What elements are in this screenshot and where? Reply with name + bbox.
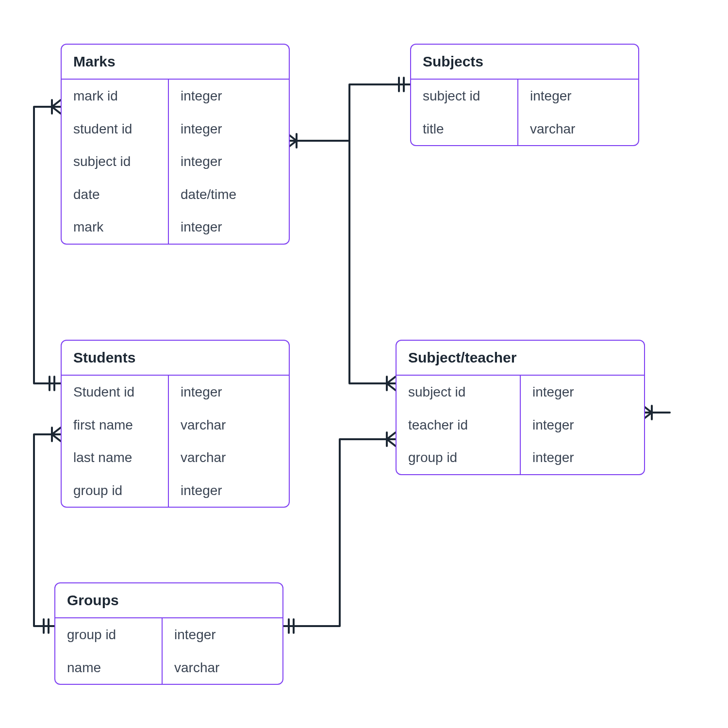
field-type: integer: [521, 441, 644, 474]
field-type: integer: [521, 376, 644, 409]
entity-title: Groups: [55, 583, 282, 618]
entity-title: Subjects: [411, 45, 638, 80]
field-name: subject id: [397, 376, 520, 409]
entity-title: Students: [62, 341, 289, 376]
field-type: integer: [169, 80, 289, 113]
field-type: integer: [169, 211, 289, 244]
field-name: student id: [62, 113, 168, 146]
field-type: integer: [163, 618, 282, 651]
svg-line-17: [52, 434, 61, 441]
field-type: varchar: [163, 651, 282, 684]
field-name: subject id: [62, 145, 168, 178]
field-type: integer: [169, 376, 289, 409]
field-type: integer: [518, 80, 638, 113]
svg-line-22: [387, 439, 396, 446]
svg-line-16: [52, 428, 61, 434]
field-type: varchar: [518, 113, 638, 146]
field-type: integer: [169, 474, 289, 507]
field-name: group id: [62, 474, 168, 507]
field-name: group id: [55, 618, 162, 651]
field-name: teacher id: [397, 409, 520, 442]
field-name: first name: [62, 409, 168, 442]
field-name: last name: [62, 441, 168, 474]
field-name: subject id: [411, 80, 517, 113]
entity-groups: Groups group id name integer varchar: [54, 582, 283, 685]
svg-line-4: [52, 107, 61, 114]
svg-line-21: [387, 432, 396, 439]
field-type: date/time: [169, 178, 289, 211]
field-name: name: [55, 651, 162, 684]
svg-line-3: [52, 100, 61, 107]
field-type: integer: [169, 113, 289, 146]
field-name: title: [411, 113, 517, 146]
svg-line-11: [387, 377, 396, 383]
field-type: integer: [521, 409, 644, 442]
entity-subjects: Subjects subject id title integer varcha…: [410, 44, 639, 146]
entity-marks: Marks mark id student id subject id date…: [61, 44, 290, 245]
field-name: mark id: [62, 80, 168, 113]
entity-title: Marks: [62, 45, 289, 80]
field-type: varchar: [169, 409, 289, 442]
field-type: varchar: [169, 441, 289, 474]
field-name: Student id: [62, 376, 168, 409]
svg-line-12: [387, 383, 396, 390]
field-name: date: [62, 178, 168, 211]
field-name: mark: [62, 211, 168, 244]
entity-title: Subject/teacher: [397, 341, 644, 376]
field-name: group id: [397, 441, 520, 474]
entity-students: Students Student id first name last name…: [61, 340, 290, 508]
field-type: integer: [169, 145, 289, 178]
entity-subject-teacher: Subject/teacher subject id teacher id gr…: [396, 340, 645, 475]
